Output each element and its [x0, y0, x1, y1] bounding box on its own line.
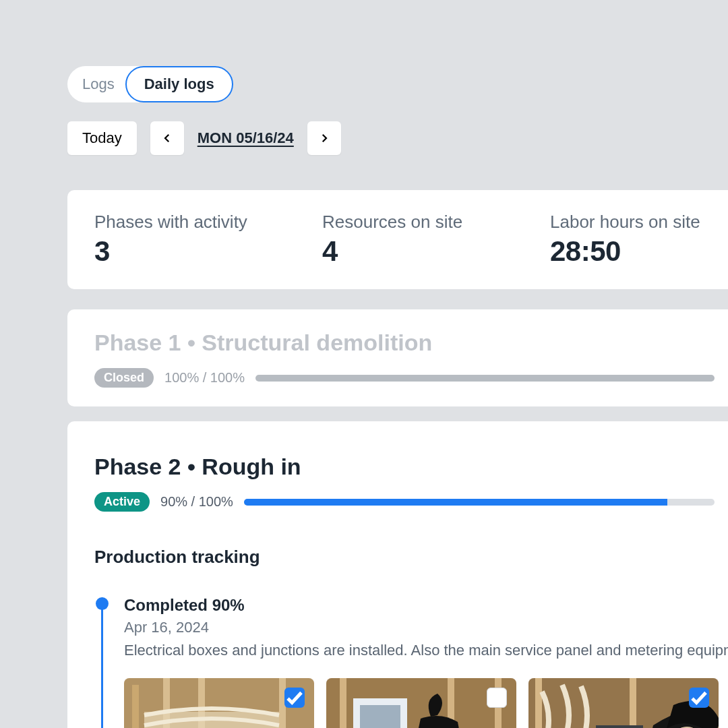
- summary-card: Phases with activity 3 Resources on site…: [67, 190, 728, 289]
- svg-rect-10: [340, 678, 346, 728]
- photo-select-checkbox[interactable]: [487, 688, 507, 708]
- production-timeline: Completed 90% Apr 16, 2024 Electrical bo…: [94, 596, 715, 728]
- photo-selected-checkbox[interactable]: [689, 688, 709, 708]
- stat-label: Resources on site: [322, 212, 550, 233]
- next-day-button[interactable]: [307, 121, 341, 155]
- stat-value: 4: [322, 235, 550, 268]
- timeline-dot-icon: [96, 597, 109, 610]
- phase-2-card: Phase 2 • Rough in Active 90% / 100% Pro…: [67, 421, 728, 728]
- svg-rect-19: [596, 725, 643, 728]
- progress-text: 100% / 100%: [164, 370, 245, 386]
- stat-phases: Phases with activity 3: [94, 212, 322, 268]
- tab-logs[interactable]: Logs: [67, 66, 129, 102]
- check-icon: [689, 688, 709, 708]
- tab-daily-logs[interactable]: Daily logs: [125, 66, 233, 102]
- progress-bar: [244, 499, 715, 506]
- svg-rect-2: [132, 685, 139, 728]
- svg-rect-18: [630, 678, 636, 728]
- stat-value: 3: [94, 235, 322, 268]
- photo-thumbnail[interactable]: [124, 678, 314, 728]
- phase-1-card[interactable]: Phase 1 • Structural demolition Closed 1…: [67, 309, 728, 406]
- section-heading: Production tracking: [94, 547, 715, 568]
- date-navigation: Today MON 05/16/24: [67, 121, 728, 155]
- chevron-left-icon: [161, 132, 173, 144]
- stat-labor-hours: Labor hours on site 28:50: [550, 212, 728, 268]
- stat-label: Phases with activity: [94, 212, 322, 233]
- svg-rect-17: [535, 678, 542, 728]
- stat-resources: Resources on site 4: [322, 212, 550, 268]
- timeline-entry-date: Apr 16, 2024: [124, 619, 715, 636]
- view-tabs: Logs Daily logs: [67, 66, 233, 102]
- prev-day-button[interactable]: [150, 121, 184, 155]
- timeline-entry-description: Electrical boxes and junctions are insta…: [124, 642, 715, 659]
- check-icon: [284, 688, 305, 708]
- status-badge: Active: [94, 492, 150, 512]
- progress-bar: [255, 375, 715, 382]
- phase-title: Phase 1 • Structural demolition: [94, 330, 715, 356]
- phase-title: Phase 2 • Rough in: [94, 454, 715, 480]
- status-badge: Closed: [94, 368, 154, 388]
- timeline-entry-title: Completed 90%: [124, 596, 715, 615]
- stat-value: 28:50: [550, 235, 728, 268]
- chevron-right-icon: [318, 132, 330, 144]
- svg-rect-14: [360, 705, 400, 728]
- progress-text: 90% / 100%: [160, 494, 233, 510]
- photo-thumbnail[interactable]: [326, 678, 516, 728]
- today-button[interactable]: Today: [67, 121, 137, 155]
- photo-selected-checkbox[interactable]: [284, 688, 305, 708]
- current-date[interactable]: MON 05/16/24: [198, 129, 294, 147]
- stat-label: Labor hours on site: [550, 212, 728, 233]
- photo-thumbnail[interactable]: [528, 678, 719, 728]
- photo-gallery: [124, 678, 715, 728]
